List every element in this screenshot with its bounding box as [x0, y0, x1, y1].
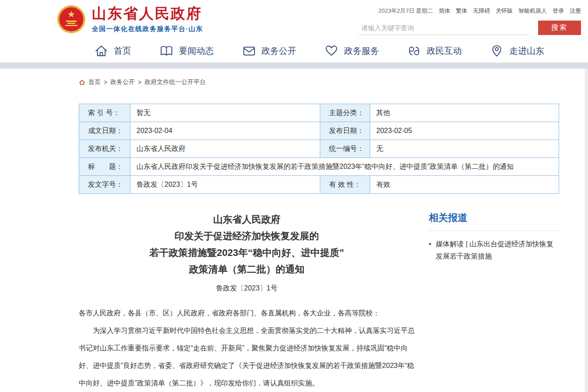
- article-title-line: 政策清单（第二批）的通知: [79, 261, 415, 278]
- content-row: 山东省人民政府 印发关于促进经济加快恢复发展的 若干政策措施暨2023年“稳中向…: [79, 211, 559, 392]
- article-title-line: 若干政策措施暨2023年“稳中向好、进中提质”: [79, 245, 415, 261]
- site-header: 山东省人民政府 全国一体化在线政务服务平台·山东 2023年2月7日 星期二 简…: [0, 0, 588, 39]
- meta-value-index-no: 暂无: [130, 104, 320, 122]
- link-smart-robot[interactable]: 智能机器人: [518, 7, 547, 15]
- meta-label-unified-no: 统一编号：: [320, 140, 370, 158]
- table-row: 成文日期： 2023-02-04 发布日期： 2023-02-05: [79, 122, 559, 140]
- nav-item-home[interactable]: 首页: [94, 44, 131, 58]
- meta-label-topic: 主题分类：: [320, 104, 370, 122]
- article-body: 各市人民政府，各县（市、区）人民政府，省政府各部门、各直属机构，各大企业，各高等…: [79, 304, 415, 392]
- home-icon: [79, 79, 85, 86]
- main-content: 首页 > 政务公开 > 政府文件统一公开平台 索 引 号： 暂无 主题分类： 其…: [0, 69, 588, 392]
- meta-value-doc-number: 鲁政发〔2023〕1号: [130, 176, 320, 194]
- nav-label: 政务服务: [344, 45, 379, 57]
- nav-label: 政务公开: [262, 45, 297, 57]
- heart-icon: [324, 44, 339, 58]
- link-traditional-chinese[interactable]: 繁体: [456, 7, 467, 15]
- link-accessibility[interactable]: 无障碍: [473, 7, 490, 15]
- related-reports-sidebar: 相关报道 媒体解读 | 山东出台促进经济加快恢复发展若干政策措施: [429, 211, 559, 262]
- meta-label-publish-date: 发布日期：: [320, 122, 370, 140]
- site-logo[interactable]: 山东省人民政府 全国一体化在线政务服务平台·山东: [57, 5, 203, 34]
- utility-links: 2023年2月7日 星期二 简体 繁体 无障碍 关怀版 智能机器人 登录 注册: [359, 7, 581, 15]
- table-row: 标 题： 山东省人民政府印发关于促进经济加快恢复发展的若干政策措施暨2023年“…: [79, 158, 559, 176]
- breadcrumb-gov-disclosure[interactable]: 政务公开: [110, 78, 135, 86]
- search-button[interactable]: 搜索: [538, 21, 581, 35]
- main-nav: 首页 要闻动态 政务公开 政务服务 政民互动: [0, 39, 588, 63]
- link-login[interactable]: 登录: [553, 7, 564, 15]
- sidebar-title: 相关报道: [429, 211, 559, 231]
- breadcrumb-separator: >: [104, 79, 107, 86]
- book-icon: [159, 44, 174, 58]
- breadcrumb-home[interactable]: 首页: [88, 78, 101, 86]
- meta-label-index-no: 索 引 号：: [79, 104, 130, 122]
- meta-label-validity: 有 效 性：: [320, 176, 370, 194]
- chat-icon: [407, 44, 421, 58]
- nav-item-gov-services[interactable]: 政务服务: [324, 44, 379, 58]
- search-input[interactable]: [359, 21, 529, 35]
- meta-value-validity: 有效: [370, 176, 559, 194]
- sidebar-list: 媒体解读 | 山东出台促进经济加快恢复发展若干政策措施: [429, 238, 559, 262]
- header-right: 2023年2月7日 星期二 简体 繁体 无障碍 关怀版 智能机器人 登录 注册 …: [359, 7, 581, 35]
- article: 山东省人民政府 印发关于促进经济加快恢复发展的 若干政策措施暨2023年“稳中向…: [79, 211, 415, 392]
- nav-label: 要闻动态: [179, 45, 214, 57]
- page-scrollbar[interactable]: [585, 69, 588, 392]
- meta-value-issuing-agency: 山东省人民政府: [130, 140, 320, 158]
- breadcrumb: 首页 > 政务公开 > 政府文件统一公开平台: [79, 78, 559, 86]
- link-care-version[interactable]: 关怀版: [496, 7, 513, 15]
- nav-item-gov-disclosure[interactable]: 政务公开: [242, 44, 297, 58]
- nav-label: 首页: [114, 45, 131, 57]
- mail-icon: [242, 44, 256, 58]
- nav-label: 走进山东: [509, 45, 544, 57]
- meta-label-doc-number: 发文字号：: [79, 176, 130, 194]
- site-subtitle: 全国一体化在线政务服务平台·山东: [92, 25, 203, 33]
- link-register[interactable]: 注册: [570, 7, 581, 15]
- article-paragraph: 各市人民政府，各县（市、区）人民政府，省政府各部门、各直属机构，各大企业，各高等…: [79, 304, 415, 322]
- meta-value-unified-no: 无: [370, 140, 559, 158]
- breadcrumb-current-page: 政府文件统一公开平台: [144, 78, 206, 86]
- document-meta-table: 索 引 号： 暂无 主题分类： 其他 成文日期： 2023-02-04 发布日期…: [79, 104, 559, 194]
- table-row: 发文字号： 鲁政发〔2023〕1号 有 效 性： 有效: [79, 176, 559, 194]
- meta-label-issuing-agency: 发布机关：: [79, 140, 130, 158]
- nav-label: 政民互动: [427, 45, 462, 57]
- home-icon: [94, 44, 108, 58]
- article-title-line: 印发关于促进经济加快恢复发展的: [79, 228, 415, 245]
- national-emblem-icon: [57, 5, 86, 34]
- sidebar-list-item[interactable]: 媒体解读 | 山东出台促进经济加快恢复发展若干政策措施: [429, 238, 559, 262]
- nav-item-news[interactable]: 要闻动态: [159, 44, 214, 58]
- search-bar: 搜索: [359, 21, 581, 35]
- date-text: 2023年2月7日 星期二: [378, 7, 433, 15]
- breadcrumb-separator: >: [138, 79, 141, 86]
- article-doc-number: 鲁政发〔2023〕1号: [79, 284, 415, 293]
- location-icon: [490, 44, 504, 58]
- divider-band: [0, 63, 588, 69]
- nav-item-interaction[interactable]: 政民互动: [407, 44, 462, 58]
- meta-label-written-date: 成文日期：: [79, 122, 130, 140]
- site-title: 山东省人民政府: [92, 5, 203, 22]
- brand-text: 山东省人民政府 全国一体化在线政务服务平台·山东: [92, 5, 203, 33]
- meta-label-title: 标 题：: [79, 158, 130, 176]
- meta-value-topic: 其他: [370, 104, 559, 122]
- article-title: 山东省人民政府 印发关于促进经济加快恢复发展的 若干政策措施暨2023年“稳中向…: [79, 211, 415, 278]
- meta-value-publish-date: 2023-02-05: [370, 122, 559, 140]
- meta-value-title: 山东省人民政府印发关于促进经济加快恢复发展的若干政策措施暨2023年“稳中向好、…: [130, 158, 559, 176]
- table-row: 索 引 号： 暂无 主题分类： 其他: [79, 104, 559, 122]
- article-title-line: 山东省人民政府: [79, 211, 415, 228]
- article-paragraph: 为深入学习贯彻习近平新时代中国特色社会主义思想，全面贯彻落实党的二十大精神，认真…: [79, 322, 415, 392]
- meta-value-written-date: 2023-02-04: [130, 122, 320, 140]
- table-row: 发布机关： 山东省人民政府 统一编号： 无: [79, 140, 559, 158]
- page: 山东省人民政府 全国一体化在线政务服务平台·山东 2023年2月7日 星期二 简…: [0, 0, 588, 392]
- link-simplified-chinese[interactable]: 简体: [439, 7, 450, 15]
- nav-item-into-shandong[interactable]: 走进山东: [490, 44, 544, 58]
